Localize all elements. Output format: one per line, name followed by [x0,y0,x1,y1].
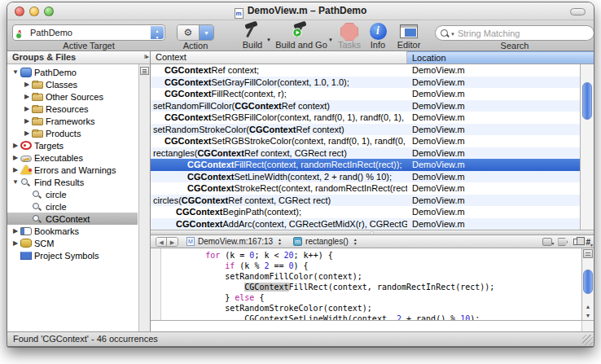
title-bar[interactable]: mDemoView.m – PathDemo [7,2,594,20]
breakpoints-menu-icon[interactable]: ▼ [558,238,568,246]
sidebar-item-circle[interactable]: circle [7,200,138,213]
editor-gutter[interactable] [151,248,161,320]
sidebar-item-resources[interactable]: ▶Resources [7,103,138,115]
info-label: Info [366,40,390,50]
sidebar-item-products[interactable]: ▶Products [7,127,138,139]
file-popup-stepper-icon[interactable]: ▲▼ [278,238,282,246]
sidebar-item-cgcontext[interactable]: CGContext [7,213,138,225]
sidebar-item-find-results[interactable]: ▼Find Results [7,176,138,188]
result-row[interactable]: setRandomStrokeColor(CGContextRef contex… [151,124,594,136]
editor-splitter[interactable] [151,230,594,235]
result-location: DemoView.m [407,101,581,111]
disclosure-triangle-icon[interactable]: ▶ [11,142,20,149]
disclosure-triangle-icon[interactable]: ▶ [11,166,20,173]
disclosure-triangle-icon[interactable]: ▶ [22,93,32,100]
sidebar-item-executables[interactable]: ▶Executables [7,151,138,164]
back-button[interactable]: ◀ [156,238,167,246]
result-context: setRandomFillColor(CGContextRef context) [151,101,407,111]
result-location: DemoView.m [407,172,581,182]
sidebar-item-label: Classes [46,80,77,90]
sidebar-item-errors-and-warnings[interactable]: ▶Errors and Warnings [7,164,138,176]
outline-menu-icon[interactable] [140,67,149,75]
build-and-go-button[interactable]: ▼ Build and Go [271,21,331,50]
action-label: Action [177,41,214,50]
sidebar-scrollbar-track[interactable]: ‖▸ [138,64,150,331]
scrollbar-corner [581,321,594,331]
sidebar-item-pathdemo[interactable]: ▼PathDemo [7,66,138,78]
splitter-dimple-icon [370,231,374,235]
result-row[interactable]: CGContextRef context;DemoView.m [151,64,594,77]
sidebar-item-circle[interactable]: circle [7,188,138,200]
splitter-toggle-icon[interactable]: ‖▸ [144,53,148,60]
result-location: DemoView.m [407,112,581,122]
code-line: CGContextFillRect(context, randomRectInR… [166,282,581,292]
split-editor-icon[interactable] [583,249,593,258]
editor-hscrollbar[interactable] [151,320,594,331]
disclosure-triangle-icon[interactable]: ▼ [11,68,20,76]
resize-grip[interactable] [582,335,593,345]
disclosure-triangle-icon[interactable]: ▶ [22,105,32,112]
sidebar-header: Groups & Files [7,51,150,64]
folder-icon [32,106,43,113]
sidebar-item-other-sources[interactable]: ▶Other Sources [7,90,138,103]
magnifier-icon [32,202,43,212]
info-button[interactable]: i Info [366,21,390,50]
result-row[interactable]: CGContextFillRect(context, r);DemoView.m [151,88,594,100]
result-row[interactable]: CGContextFillRect(context, randomRectInR… [151,159,594,171]
editor-scrollbar-thumb[interactable] [583,270,593,294]
sidebar-item-targets[interactable]: ▶Targets [7,139,138,151]
disclosure-triangle-icon[interactable]: ▶ [11,239,20,247]
code-editor[interactable]: for (k = 0; k < 20; k++) { if (k % 2 == … [151,248,594,320]
editor-scrollbar[interactable]: ▲ ▼ [581,248,594,320]
forward-button[interactable]: ▶ [167,238,178,246]
function-popup[interactable]: rectangles() [305,237,349,246]
sidebar-item-scm[interactable]: ▶SCM [7,237,138,249]
sidebar-item-classes[interactable]: ▶Classes [7,78,138,90]
result-row[interactable]: CGContextSetRGBFillColor(context, randf(… [151,112,594,124]
folder-icon [32,130,43,138]
result-row[interactable]: CGContextSetLineWidth(context, 2 + rand(… [151,171,594,183]
function-popup-stepper-icon[interactable]: ▲▼ [353,238,358,246]
result-row[interactable]: CGContextSetGrayFillColor(context, 1.0, … [151,77,594,89]
toolbar-toggle-button[interactable] [570,8,586,15]
tasks-label: Tasks [335,40,364,50]
file-history-popup[interactable]: DemoView.m:167:13 [198,237,273,246]
sidebar-item-label: circle [46,202,67,212]
scm-icon [20,239,32,248]
column-header-context[interactable]: Context [151,51,407,64]
line-number-menu[interactable]: #▼ [586,238,590,247]
sidebar-item-project-symbols[interactable]: Project Symbols [7,249,138,261]
disclosure-triangle-icon[interactable]: ▶ [11,227,20,235]
sidebar-item-frameworks[interactable]: ▶Frameworks [7,115,138,127]
result-row[interactable]: CGContextBeginPath(context);DemoView.m [151,206,594,218]
scrollbar-thumb[interactable] [582,82,592,120]
disclosure-triangle-icon[interactable]: ▶ [11,154,20,161]
bookmarks-menu-icon[interactable]: ▼ [542,238,552,246]
counterpart-icon[interactable] [573,239,580,245]
editor-scroll-up-icon[interactable]: ▲ [582,302,594,311]
xcode-window: mDemoView.m – PathDemo A PathDemo ▲▼ Act… [7,2,594,347]
sidebar-item-label: Other Sources [46,92,103,102]
result-row[interactable]: CGContextSetRGBStrokeColor(context, rand… [151,135,594,147]
column-header-location[interactable]: Location [407,51,594,64]
stop-sign-icon [340,23,358,41]
result-row[interactable]: CGContextAddArc(context, CGRectGetMidX(r… [151,218,594,230]
disclosure-triangle-icon[interactable]: ▼ [11,178,20,186]
executable-icon [20,156,32,162]
build-button[interactable]: ▼ Build [235,21,270,50]
result-row[interactable]: circles(CGContextRef context, CGRect rec… [151,195,594,207]
document-icon: m [235,8,243,19]
result-row[interactable]: setRandomFillColor(CGContextRef context)… [151,100,594,112]
editor-button[interactable]: Editor [392,21,426,50]
sidebar-item-label: CGContext [46,214,90,224]
sidebar-item-bookmarks[interactable]: ▶Bookmarks [7,225,138,237]
disclosure-triangle-icon[interactable]: ▶ [22,117,32,125]
disclosure-triangle-icon[interactable]: ▶ [22,81,32,88]
sidebar-item-label: Resources [46,104,89,114]
result-context: CGContextBeginPath(context); [151,207,407,217]
disclosure-triangle-icon[interactable]: ▶ [22,129,32,137]
result-row[interactable]: CGContextStrokeRect(context, randomRectI… [151,182,594,195]
result-row[interactable]: rectangles(CGContextRef context, CGRect … [151,147,594,160]
result-location: DemoView.m [407,219,581,229]
editor-scroll-down-icon[interactable]: ▼ [582,311,594,320]
